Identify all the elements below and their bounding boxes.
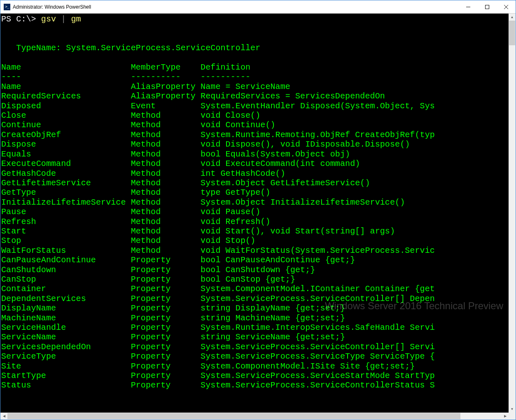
- minimize-button[interactable]: [459, 0, 478, 13]
- window-titlebar[interactable]: Administrator: Windows PowerShell: [0, 0, 516, 14]
- horizontal-scroll-thumb[interactable]: [7, 413, 460, 419]
- powershell-icon: [4, 4, 10, 10]
- window-controls: [459, 0, 516, 13]
- vertical-scrollbar[interactable]: ▲ ▼: [509, 14, 516, 413]
- scroll-up-arrow-icon[interactable]: ▲: [509, 14, 516, 21]
- svg-rect-1: [486, 5, 489, 9]
- close-button[interactable]: [497, 0, 516, 13]
- horizontal-scrollbar[interactable]: ◀ ▶: [0, 413, 516, 420]
- scroll-down-arrow-icon[interactable]: ▼: [509, 406, 516, 413]
- maximize-button[interactable]: [478, 0, 497, 13]
- terminal-viewport[interactable]: PS C:\> gsv | gm TypeName: System.Servic…: [0, 14, 516, 413]
- terminal-content[interactable]: PS C:\> gsv | gm TypeName: System.Servic…: [0, 14, 516, 390]
- scrollbar-corner: [509, 413, 516, 420]
- window-title: Administrator: Windows PowerShell: [13, 4, 459, 10]
- scroll-right-arrow-icon[interactable]: ▶: [502, 413, 509, 420]
- scroll-left-arrow-icon[interactable]: ◀: [0, 413, 7, 420]
- vertical-scroll-thumb[interactable]: [509, 21, 515, 45]
